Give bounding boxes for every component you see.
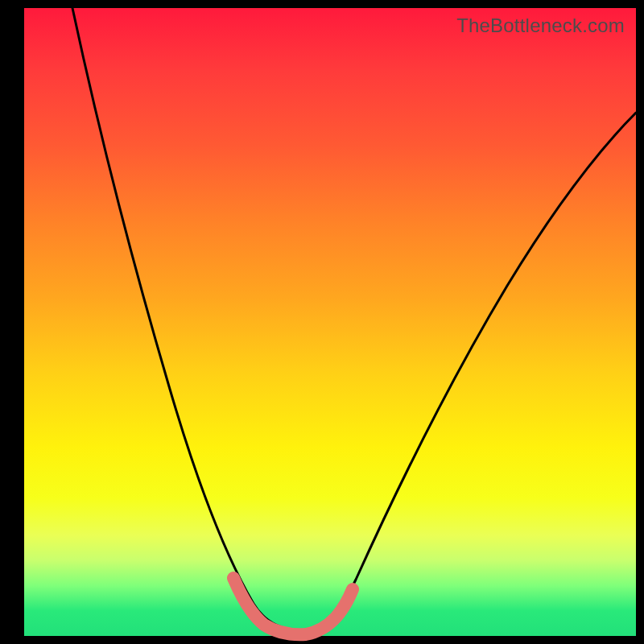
curve-layer (24, 8, 636, 636)
bottleneck-curve (72, 8, 636, 630)
highlight-segment (233, 578, 353, 634)
plot-area: TheBottleneck.com (24, 8, 636, 636)
chart-stage: TheBottleneck.com (0, 0, 644, 644)
